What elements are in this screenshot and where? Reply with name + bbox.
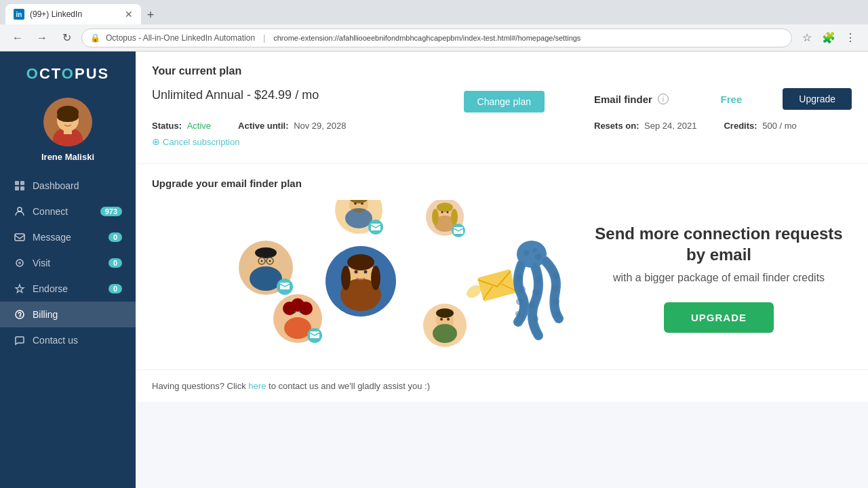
svg-point-66 [433, 324, 457, 343]
sidebar-item-contact-us-label: Contact us [33, 335, 122, 346]
tab-close-button[interactable]: ✕ [125, 9, 133, 20]
url-prefix: Octopus - All-in-One LinkedIn Automation [106, 33, 255, 43]
svg-point-67 [436, 308, 454, 318]
tab-label: (99+) LinkedIn [30, 9, 82, 19]
extensions-button[interactable]: 🧩 [819, 28, 838, 47]
main-content: Your current plan Unlimited Annual - $24… [136, 52, 868, 488]
change-plan-button[interactable]: Change plan [464, 91, 545, 113]
sidebar-item-dashboard-label: Dashboard [33, 180, 122, 191]
sidebar-item-visit-label: Visit [33, 258, 102, 268]
svg-point-76 [516, 274, 523, 281]
settings-button[interactable]: ⋮ [841, 28, 860, 47]
active-until-item: Active until: Nov 29, 2028 [238, 121, 346, 131]
sidebar-item-contact-us[interactable]: Contact us [0, 327, 136, 353]
svg-rect-9 [20, 181, 24, 185]
svg-point-43 [269, 260, 271, 262]
svg-point-60 [293, 310, 296, 313]
svg-rect-45 [280, 283, 290, 289]
svg-point-49 [347, 254, 374, 270]
browser-window: in (99+) LinkedIn ✕ + ← → ↻ 🔒 Octopus - … [0, 0, 868, 488]
svg-point-85 [552, 285, 559, 291]
browser-titlebar: in (99+) LinkedIn ✕ + [0, 0, 868, 24]
new-tab-button[interactable]: + [141, 5, 160, 24]
svg-rect-34 [454, 227, 463, 234]
sidebar-item-dashboard[interactable]: Dashboard [0, 173, 136, 199]
sidebar-item-billing-label: Billing [33, 309, 122, 320]
back-button[interactable]: ← [8, 28, 27, 47]
upgrade-email-finder-section: Upgrade your email finder plan [136, 163, 868, 369]
address-bar[interactable]: 🔒 Octopus - All-in-One LinkedIn Automati… [81, 28, 792, 47]
svg-point-15 [18, 262, 21, 264]
sidebar-nav: Dashboard Connect 973 [0, 173, 136, 353]
browser-toolbar: ← → ↻ 🔒 Octopus - All-in-One LinkedIn Au… [0, 24, 868, 52]
sidebar-item-message[interactable]: Message 0 [0, 224, 136, 250]
svg-point-86 [553, 298, 559, 305]
sidebar-item-billing[interactable]: Billing [0, 302, 136, 327]
svg-point-12 [18, 207, 22, 211]
status-item: Status: Active [152, 121, 211, 131]
linkedin-favicon: in [14, 9, 24, 20]
reload-button[interactable]: ↻ [57, 28, 76, 47]
sidebar-item-connect[interactable]: Connect 973 [0, 199, 136, 224]
plan-meta: Status: Active Active until: Nov 29, 202… [152, 121, 545, 131]
connect-icon [14, 205, 26, 218]
svg-point-83 [533, 316, 538, 321]
current-plan-row: Unlimited Annual - $24.99 / mo Change pl… [152, 88, 852, 147]
status-value: Active [187, 121, 211, 131]
svg-point-7 [71, 120, 73, 122]
svg-point-42 [261, 260, 263, 262]
resets-on-item: Resets on: Sep 24, 2021 [594, 121, 696, 131]
plan-name: Unlimited Annual - $24.99 / mo [152, 88, 450, 102]
forward-button[interactable]: → [33, 28, 52, 47]
email-finder-free-badge: Free [721, 94, 743, 105]
upgrade-cta-button[interactable]: UPGRADE [664, 302, 774, 333]
svg-point-38 [255, 247, 277, 258]
svg-point-6 [62, 120, 64, 122]
active-until-label: Active until: [238, 121, 288, 131]
cancel-subscription-link[interactable]: ⊕ Cancel subscription [152, 136, 545, 147]
email-finder-header: Email finder i [594, 94, 669, 105]
sidebar-item-connect-label: Connect [33, 206, 94, 217]
svg-point-16 [16, 310, 24, 319]
dashboard-icon [14, 180, 26, 192]
footer-text-before: Having questions? Click [152, 381, 248, 391]
toolbar-actions: ☆ 🧩 ⋮ [797, 28, 860, 47]
svg-point-82 [528, 302, 535, 308]
svg-point-79 [515, 311, 521, 317]
sidebar-item-endorse[interactable]: Endorse 0 [0, 276, 136, 302]
svg-rect-63 [310, 331, 319, 338]
active-until-value: Nov 29, 2028 [294, 121, 346, 131]
url-text: chrome-extension://afahlliooeebnifondmbh… [273, 34, 580, 42]
credits-item: Credits: 500 / mo [724, 121, 796, 131]
browser-tab[interactable]: in (99+) LinkedIn ✕ [5, 4, 141, 24]
svg-rect-13 [15, 234, 24, 241]
footer-text: Having questions? Click here to contact … [152, 381, 852, 391]
email-finder-info-icon[interactable]: i [658, 94, 669, 104]
email-finder-title: Email finder [594, 94, 652, 105]
upgrade-illustration [152, 200, 572, 356]
svg-point-53 [364, 270, 368, 274]
avatar [43, 98, 92, 146]
app-content: OCTOPUS [0, 52, 868, 488]
bookmark-button[interactable]: ☆ [797, 28, 816, 47]
sidebar-item-visit[interactable]: Visit 0 [0, 250, 136, 276]
lock-icon: 🔒 [90, 33, 100, 43]
cancel-subscription-label: Cancel subscription [163, 137, 239, 147]
footer-contact-link[interactable]: here [248, 381, 266, 391]
svg-point-81 [532, 289, 539, 296]
logo-text: OCTOPUS [26, 65, 109, 82]
billing-icon [14, 308, 26, 321]
svg-point-56 [284, 317, 311, 339]
email-finder-upgrade-button[interactable]: Upgrade [783, 88, 852, 110]
svg-point-74 [533, 248, 537, 252]
current-plan-section: Your current plan Unlimited Annual - $24… [136, 52, 868, 163]
footer-section: Having questions? Click here to contact … [136, 369, 868, 402]
current-plan-title: Your current plan [152, 65, 852, 77]
footer-text-after: to contact us and we'll gladly assist yo… [269, 381, 430, 391]
svg-rect-24 [371, 224, 380, 230]
resets-on-label: Resets on: [594, 121, 639, 131]
status-label: Status: [152, 121, 182, 131]
sidebar: OCTOPUS [0, 52, 136, 488]
svg-point-68 [440, 318, 443, 321]
svg-rect-11 [20, 186, 24, 190]
